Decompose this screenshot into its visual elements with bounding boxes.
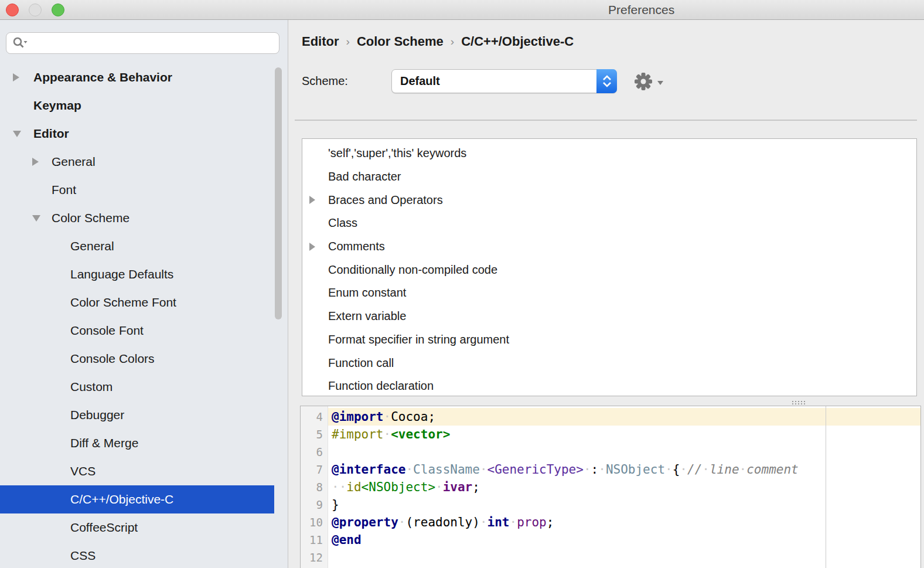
sidebar-item-label: Debugger: [70, 408, 124, 422]
breadcrumb-item-c-c-objective-c[interactable]: C/C++/Objective-C: [461, 34, 574, 49]
breadcrumb-separator: ›: [451, 35, 454, 48]
chevron-right-icon[interactable]: [32, 158, 39, 166]
code-text: ··id<NSObject>·ivar;: [328, 478, 920, 496]
code-line: 7@interface·ClassName·<GenericType>·:·NS…: [301, 461, 920, 478]
close-button[interactable]: [6, 4, 19, 16]
attribute-item-format-specifier-in-string-argument[interactable]: Format specifier in string argument: [302, 328, 916, 352]
code-text: #import·<vector>: [328, 426, 920, 443]
code-token: ·: [665, 462, 673, 477]
line-number: 8: [301, 478, 328, 496]
code-token: prop: [517, 515, 547, 529]
code-token: comment: [746, 462, 799, 477]
attribute-item-enum-constant[interactable]: Enum constant: [302, 281, 916, 305]
sidebar-item-font[interactable]: Font: [0, 176, 288, 204]
breadcrumb-item-editor[interactable]: Editor: [302, 34, 339, 49]
code-token: ·: [702, 462, 710, 477]
code-token: {: [673, 462, 680, 477]
sidebar-item-c-c-objective-c[interactable]: C/C++/Objective-C: [0, 485, 274, 513]
sidebar-item-label: Custom: [70, 380, 112, 394]
code-token: #import: [332, 427, 384, 441]
scheme-dropdown-value: Default: [392, 74, 440, 88]
sidebar-item-general[interactable]: General: [0, 148, 288, 176]
line-number: 12: [301, 549, 328, 566]
code-token: @interface: [332, 462, 405, 477]
code-token: (readonly): [405, 515, 479, 529]
code-token: ·: [598, 462, 606, 477]
sidebar-item-language-defaults[interactable]: Language Defaults: [0, 260, 288, 288]
sidebar-item-label: Diff & Merge: [70, 436, 138, 450]
line-number: 9: [301, 496, 328, 513]
attribute-item-label: Bad character: [328, 170, 401, 183]
chevron-right-icon[interactable]: [309, 243, 315, 251]
attribute-item-label: Conditionally non-compiled code: [328, 263, 497, 277]
sidebar-item-debugger[interactable]: Debugger: [0, 401, 288, 429]
sidebar-item-console-colors[interactable]: Console Colors: [0, 345, 288, 373]
code-token: ·: [584, 462, 591, 477]
attribute-item-comments[interactable]: Comments: [302, 235, 916, 259]
attribute-item-function-declaration[interactable]: Function declaration: [302, 375, 916, 396]
attribute-item-self-super-this-keywords[interactable]: 'self','super','this' keywords: [302, 142, 916, 165]
sidebar-item-custom[interactable]: Custom: [0, 373, 288, 401]
attribute-item-function-call[interactable]: Function call: [302, 351, 916, 375]
sidebar-item-console-font[interactable]: Console Font: [0, 317, 288, 345]
code-text: [328, 443, 920, 461]
attribute-item-extern-variable[interactable]: Extern variable: [302, 305, 916, 328]
title-bar: Preferences: [0, 0, 924, 20]
chevron-right-icon[interactable]: [309, 196, 315, 204]
sidebar-item-diff-merge[interactable]: Diff & Merge: [0, 429, 288, 457]
code-line: 9}: [301, 496, 920, 513]
window-title: Preferences: [608, 3, 674, 17]
sidebar-item-css[interactable]: CSS: [0, 542, 288, 568]
search-input[interactable]: [30, 35, 279, 52]
splitter-grip-icon[interactable]: [792, 401, 793, 402]
chevron-down-icon[interactable]: [32, 215, 40, 222]
sidebar-item-coffeescript[interactable]: CoffeeScript: [0, 513, 288, 542]
sidebar-item-color-scheme-font[interactable]: Color Scheme Font: [0, 288, 288, 317]
code-token: <vector>: [391, 427, 450, 441]
sidebar-item-label: CoffeeScript: [70, 521, 138, 535]
breadcrumb-item-color-scheme[interactable]: Color Scheme: [357, 34, 444, 49]
attribute-item-class[interactable]: Class: [302, 212, 916, 235]
code-token: <GenericType>: [487, 462, 584, 477]
attribute-item-conditionally-non-compiled-code[interactable]: Conditionally non-compiled code: [302, 258, 916, 281]
zoom-button[interactable]: [52, 4, 64, 16]
sidebar-item-label: Appearance & Behavior: [33, 70, 172, 84]
sidebar-item-keymap[interactable]: Keymap: [0, 91, 288, 120]
sidebar-item-label: Keymap: [33, 98, 81, 113]
code-preview[interactable]: 4@import·Cocoa;5#import·<vector>67@inter…: [300, 406, 921, 568]
gear-dropdown-chevron-icon: [657, 81, 663, 85]
attribute-item-label: Format specifier in string argument: [328, 333, 509, 346]
code-lines: 4@import·Cocoa;5#import·<vector>67@inter…: [301, 408, 920, 566]
sidebar-item-label: General: [52, 155, 96, 169]
sidebar-item-editor[interactable]: Editor: [0, 120, 288, 148]
attribute-item-bad-character[interactable]: Bad character: [302, 165, 916, 189]
dropdown-stepper-icon[interactable]: [596, 69, 617, 93]
code-line: 11@end: [301, 531, 920, 549]
chevron-right-icon[interactable]: [13, 73, 19, 81]
code-token: ·: [480, 515, 487, 529]
scheme-dropdown[interactable]: Default: [391, 69, 617, 93]
sidebar-scrollbar[interactable]: [275, 67, 282, 319]
settings-panel: Editor›Color Scheme›C/C++/Objective-C Sc…: [288, 20, 924, 568]
scheme-actions-button[interactable]: [632, 70, 663, 93]
attribute-item-label: Braces and Operators: [328, 193, 443, 207]
section-divider: [295, 120, 917, 121]
right-margin-guide: [826, 406, 826, 568]
code-text: [328, 549, 920, 566]
attribute-item-braces-and-operators[interactable]: Braces and Operators: [302, 188, 916, 212]
sidebar-item-label: General: [70, 239, 114, 253]
minimize-button[interactable]: [29, 4, 42, 16]
sidebar-item-label: C/C++/Objective-C: [70, 492, 173, 506]
sidebar-item-appearance-behavior[interactable]: Appearance & Behavior: [0, 63, 288, 91]
search-filter-chevron-icon: [24, 41, 28, 43]
code-token: <NSObject>: [362, 480, 435, 494]
code-token: ·: [480, 462, 487, 477]
code-text: @property·(readonly)·int·prop;: [328, 513, 920, 531]
sidebar-item-color-scheme[interactable]: Color Scheme: [0, 204, 288, 232]
code-line: 10@property·(readonly)·int·prop;: [301, 513, 920, 531]
sidebar-item-general[interactable]: General: [0, 232, 288, 260]
search-box[interactable]: [6, 32, 279, 54]
sidebar-item-vcs[interactable]: VCS: [0, 457, 288, 485]
code-token: @property: [332, 515, 398, 529]
chevron-down-icon[interactable]: [13, 131, 21, 137]
